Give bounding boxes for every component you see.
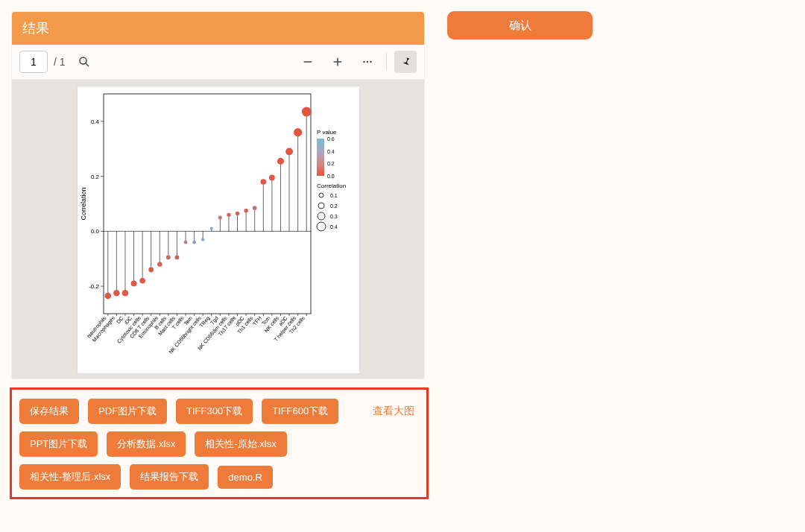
- svg-text:0.2: 0.2: [90, 174, 99, 180]
- svg-point-5: [363, 61, 364, 63]
- download-button[interactable]: demo.R: [218, 466, 273, 489]
- svg-point-44: [157, 262, 162, 266]
- svg-text:Correlation: Correlation: [317, 183, 346, 189]
- svg-point-7: [370, 61, 371, 63]
- svg-point-6: [367, 61, 368, 63]
- search-icon[interactable]: [73, 51, 95, 73]
- svg-point-92: [260, 179, 266, 185]
- download-button[interactable]: PPT图片下载: [19, 431, 98, 457]
- svg-text:0.3: 0.3: [330, 214, 338, 219]
- svg-point-32: [130, 281, 136, 287]
- result-panel: 结果 / 1 -0.20.00.20.4Correl: [11, 11, 425, 379]
- panel-title: 结果: [12, 12, 424, 45]
- svg-point-28: [121, 290, 128, 297]
- svg-point-48: [165, 255, 170, 259]
- svg-text:0.0: 0.0: [90, 228, 99, 235]
- plot-viewport: -0.20.00.20.4CorrelationNeutrophilsMacro…: [12, 80, 424, 379]
- svg-text:0.2: 0.2: [327, 161, 335, 166]
- svg-point-0: [80, 57, 86, 64]
- svg-point-60: [192, 241, 196, 244]
- svg-text:0.1: 0.1: [330, 193, 338, 198]
- svg-point-72: [218, 215, 221, 219]
- svg-point-108: [294, 128, 302, 136]
- viewer-toolbar: / 1: [12, 45, 424, 80]
- svg-text:0.4: 0.4: [90, 118, 99, 125]
- svg-text:0.4: 0.4: [330, 224, 338, 229]
- svg-text:0.4: 0.4: [327, 149, 335, 154]
- page-total-label: / 1: [54, 56, 66, 68]
- page-number-input[interactable]: [19, 51, 48, 73]
- chart-container: -0.20.00.20.4CorrelationNeutrophilsMacro…: [77, 86, 360, 374]
- svg-point-24: [113, 290, 120, 297]
- download-button[interactable]: 相关性-原始.xlsx: [195, 431, 286, 457]
- svg-text:P value: P value: [317, 129, 337, 136]
- svg-point-122: [319, 193, 323, 197]
- svg-line-1: [86, 63, 89, 66]
- pin-icon[interactable]: [394, 51, 417, 73]
- downloads-box: 保存结果PDF图片下载TIFF300下载TIFF600下载 查看大图 PPT图片…: [10, 387, 429, 499]
- zoom-out-icon[interactable]: [297, 51, 319, 73]
- view-large-link[interactable]: 查看大图: [373, 405, 419, 418]
- download-button[interactable]: 相关性-整理后.xlsx: [19, 464, 121, 490]
- svg-point-56: [183, 241, 187, 244]
- svg-point-128: [317, 222, 326, 231]
- more-icon[interactable]: [356, 51, 379, 73]
- svg-point-124: [318, 203, 324, 209]
- confirm-button[interactable]: 确认: [447, 11, 593, 39]
- svg-point-84: [244, 209, 248, 213]
- svg-text:0.6: 0.6: [327, 136, 335, 142]
- svg-text:TFH: TFH: [251, 315, 262, 326]
- svg-rect-116: [317, 139, 324, 176]
- download-button[interactable]: TIFF600下载: [262, 399, 338, 424]
- download-button[interactable]: 结果报告下载: [130, 464, 209, 490]
- svg-point-68: [209, 227, 212, 230]
- svg-text:0.0: 0.0: [327, 174, 335, 179]
- svg-point-64: [201, 238, 204, 241]
- zoom-in-icon[interactable]: [326, 51, 349, 73]
- svg-point-76: [227, 213, 230, 217]
- svg-point-104: [285, 148, 293, 156]
- svg-point-20: [104, 293, 111, 300]
- svg-point-80: [235, 212, 239, 215]
- svg-point-88: [252, 206, 256, 210]
- download-button[interactable]: TIFF300下载: [176, 399, 253, 424]
- svg-point-100: [277, 158, 283, 165]
- svg-point-112: [301, 107, 311, 117]
- svg-point-52: [174, 255, 179, 259]
- download-button[interactable]: PDF图片下载: [88, 399, 167, 424]
- svg-text:DC: DC: [115, 315, 124, 324]
- svg-text:-0.2: -0.2: [89, 283, 99, 290]
- lollipop-chart: -0.20.00.20.4CorrelationNeutrophilsMacro…: [78, 86, 359, 373]
- svg-point-96: [268, 175, 274, 181]
- svg-point-36: [139, 278, 145, 284]
- svg-point-40: [148, 267, 154, 273]
- svg-text:0.2: 0.2: [330, 203, 338, 209]
- svg-text:Correlation: Correlation: [80, 187, 87, 220]
- download-button[interactable]: 分析数据.xlsx: [107, 431, 186, 457]
- svg-point-126: [318, 212, 325, 220]
- download-button[interactable]: 保存结果: [19, 399, 79, 424]
